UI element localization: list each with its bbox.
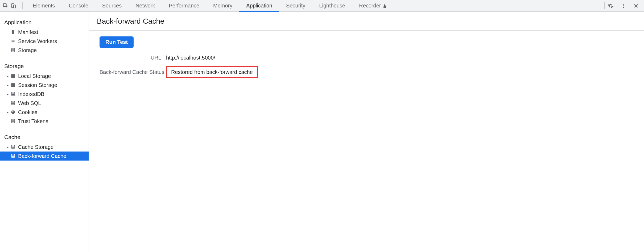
sidebar-item-local-storage[interactable]: ▸ Local Storage [0, 72, 89, 81]
tabbar-right-icons [608, 3, 641, 9]
svg-rect-11 [13, 76, 15, 78]
svg-point-19 [12, 111, 13, 112]
main-header: Back-forward Cache [89, 12, 644, 31]
svg-point-3 [623, 3, 624, 5]
tab-security[interactable]: Security [279, 0, 312, 11]
tree-label: Local Storage [18, 73, 51, 79]
info-row-url: URL http://localhost:5000/ [100, 55, 633, 61]
tab-network[interactable]: Network [129, 0, 162, 11]
svg-point-22 [11, 119, 15, 121]
chevron-right-icon[interactable]: ▸ [5, 83, 10, 87]
sidebar-item-web-sql[interactable]: ▸ Web SQL [0, 99, 89, 108]
device-toolbar-icon[interactable] [11, 3, 16, 9]
database-icon [10, 154, 16, 158]
grid-icon [10, 83, 16, 87]
tab-elements[interactable]: Elements [26, 0, 62, 11]
svg-point-4 [623, 5, 624, 6]
tab-label: Network [135, 3, 155, 9]
info-value-bfcache-status: Restored from back-forward cache [166, 66, 258, 78]
chevron-right-icon[interactable]: ▸ [5, 92, 10, 96]
file-icon [10, 30, 16, 35]
chevron-right-icon[interactable]: ▸ [5, 74, 10, 78]
tab-label: Performance [169, 3, 200, 9]
tab-label: Console [69, 3, 88, 9]
more-vert-icon[interactable] [621, 3, 626, 9]
application-sidebar: Application ▸ Manifest ▸ Service Workers… [0, 12, 89, 252]
tab-sources[interactable]: Sources [95, 0, 129, 11]
sidebar-divider [0, 57, 89, 57]
tab-label: Elements [33, 3, 55, 9]
sidebar-item-trust-tokens[interactable]: ▸ Trust Tokens [0, 117, 89, 126]
sidebar-item-back-forward-cache[interactable]: ▸ Back-forward Cache [0, 152, 89, 161]
bfcache-info-table: URL http://localhost:5000/ Back-forward … [100, 55, 633, 78]
tab-lighthouse[interactable]: Lighthouse [312, 0, 352, 11]
info-value-url: http://localhost:5000/ [166, 55, 215, 61]
svg-rect-9 [13, 74, 15, 76]
svg-point-18 [11, 110, 15, 114]
grid-icon [10, 74, 16, 78]
database-icon [10, 48, 16, 53]
inspect-element-icon[interactable] [3, 3, 9, 9]
tabbar-left-icons [2, 3, 19, 9]
tree-label: Storage [18, 47, 37, 53]
gear-icon[interactable] [608, 3, 614, 9]
sidebar-group-storage: Storage [0, 59, 89, 72]
database-icon [10, 92, 16, 96]
sidebar-item-indexeddb[interactable]: ▸ IndexedDB [0, 90, 89, 99]
svg-point-16 [11, 92, 15, 94]
sidebar-divider [0, 163, 89, 163]
info-label: URL [100, 55, 166, 61]
tab-label: Lighthouse [319, 3, 345, 9]
tab-label: Recorder [359, 3, 381, 9]
main-body: Run Test URL http://localhost:5000/ Back… [89, 31, 644, 89]
svg-point-20 [13, 112, 14, 112]
sidebar-divider [0, 128, 89, 128]
sidebar-group-cache: Cache [0, 130, 89, 142]
sidebar-item-service-workers[interactable]: ▸ Service Workers [0, 37, 89, 46]
main-panel: Back-forward Cache Run Test URL http://l… [89, 12, 644, 252]
gear-icon [10, 39, 16, 44]
tab-recorder[interactable]: Recorder [352, 0, 394, 11]
tab-application[interactable]: Application [239, 0, 279, 11]
tree-label: Back-forward Cache [18, 153, 66, 159]
tab-memory[interactable]: Memory [206, 0, 239, 11]
sidebar-item-cookies[interactable]: ▸ Cookies [0, 108, 89, 117]
tab-performance[interactable]: Performance [162, 0, 207, 11]
svg-rect-15 [13, 85, 15, 87]
sidebar-item-session-storage[interactable]: ▸ Session Storage [0, 81, 89, 90]
info-label: Back-forward Cache Status [100, 69, 166, 75]
tree-label: Manifest [18, 29, 38, 35]
tree-label: Service Workers [18, 38, 57, 44]
tabbar-separator [604, 2, 605, 9]
tabbar-separator [22, 2, 23, 9]
svg-point-23 [11, 145, 15, 146]
chevron-right-icon[interactable]: ▸ [5, 145, 10, 149]
svg-point-7 [11, 48, 15, 50]
sidebar-item-manifest[interactable]: ▸ Manifest [0, 28, 89, 37]
flask-icon [382, 3, 387, 8]
svg-point-5 [623, 7, 624, 8]
tree-label: Web SQL [18, 100, 41, 106]
tree-label: Cache Storage [18, 144, 53, 150]
sidebar-group-application: Application [0, 15, 89, 28]
svg-rect-2 [14, 5, 15, 8]
run-test-button[interactable]: Run Test [100, 36, 134, 48]
info-row-bfcache-status: Back-forward Cache Status Restored from … [100, 66, 633, 78]
devtools-tabbar: Elements Console Sources Network Perform… [0, 0, 644, 12]
close-icon[interactable] [633, 3, 639, 9]
svg-rect-13 [13, 83, 15, 85]
sidebar-item-storage-overview[interactable]: ▸ Storage [0, 46, 89, 55]
svg-point-17 [11, 101, 15, 103]
tab-console[interactable]: Console [62, 0, 95, 11]
tab-label: Security [286, 3, 305, 9]
svg-point-21 [13, 112, 13, 113]
database-icon [10, 101, 16, 106]
tree-label: IndexedDB [18, 91, 44, 97]
tree-label: Trust Tokens [18, 118, 48, 124]
chevron-right-icon[interactable]: ▸ [5, 110, 10, 114]
cookie-icon [10, 110, 16, 115]
devtools-tabs: Elements Console Sources Network Perform… [26, 0, 394, 11]
tab-label: Application [246, 3, 272, 9]
svg-rect-8 [11, 74, 13, 76]
sidebar-item-cache-storage[interactable]: ▸ Cache Storage [0, 142, 89, 152]
